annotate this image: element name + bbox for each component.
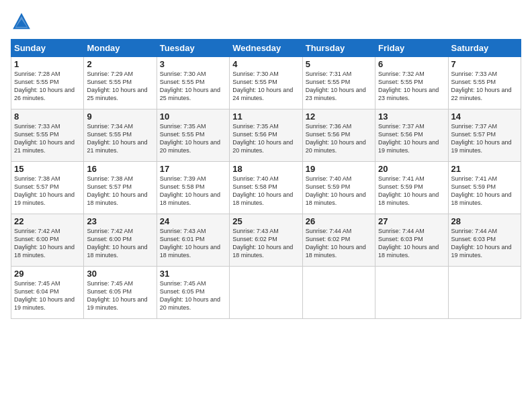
calendar-cell: 25Sunrise: 7:43 AMSunset: 6:02 PMDayligh…: [230, 214, 302, 267]
day-number: 11: [232, 111, 299, 122]
header-sunday: Sunday: [11, 40, 84, 57]
header-tuesday: Tuesday: [157, 40, 229, 57]
day-info: Sunrise: 7:35 AMSunset: 5:55 PMDaylight:…: [160, 122, 226, 155]
calendar-cell: 26Sunrise: 7:44 AMSunset: 6:02 PMDayligh…: [302, 214, 375, 267]
day-info: Sunrise: 7:33 AMSunset: 5:55 PMDaylight:…: [14, 122, 81, 155]
day-number: 18: [232, 164, 299, 174]
calendar-week-row: 15Sunrise: 7:38 AMSunset: 5:57 PMDayligh…: [11, 162, 521, 214]
calendar-cell: 16Sunrise: 7:38 AMSunset: 5:57 PMDayligh…: [84, 162, 157, 214]
day-info: Sunrise: 7:44 AMSunset: 6:02 PMDaylight:…: [306, 227, 372, 260]
day-number: 29: [14, 269, 81, 279]
day-info: Sunrise: 7:40 AMSunset: 5:59 PMDaylight:…: [306, 175, 372, 208]
day-info: Sunrise: 7:36 AMSunset: 5:56 PMDaylight:…: [306, 122, 372, 155]
header: [11, 11, 521, 32]
calendar-cell: 31Sunrise: 7:45 AMSunset: 6:05 PMDayligh…: [157, 267, 229, 319]
calendar-cell: 2Sunrise: 7:29 AMSunset: 5:55 PMDaylight…: [84, 57, 157, 109]
calendar-table: Sunday Monday Tuesday Wednesday Thursday…: [11, 39, 521, 319]
calendar-cell: 22Sunrise: 7:42 AMSunset: 6:00 PMDayligh…: [11, 214, 84, 267]
day-number: 16: [87, 164, 153, 174]
calendar-cell: [230, 267, 302, 319]
day-number: 22: [14, 216, 81, 226]
logo-icon: [11, 11, 32, 32]
day-info: Sunrise: 7:45 AMSunset: 6:05 PMDaylight:…: [87, 279, 153, 312]
day-info: Sunrise: 7:45 AMSunset: 6:04 PMDaylight:…: [14, 279, 81, 312]
day-number: 24: [160, 216, 226, 226]
calendar-cell: 21Sunrise: 7:41 AMSunset: 5:59 PMDayligh…: [448, 162, 521, 214]
calendar-cell: 17Sunrise: 7:39 AMSunset: 5:58 PMDayligh…: [157, 162, 229, 214]
day-info: Sunrise: 7:34 AMSunset: 5:55 PMDaylight:…: [87, 122, 153, 155]
day-number: 4: [232, 59, 299, 69]
header-thursday: Thursday: [302, 40, 375, 57]
calendar-cell: 12Sunrise: 7:36 AMSunset: 5:56 PMDayligh…: [302, 109, 375, 162]
calendar-week-row: 22Sunrise: 7:42 AMSunset: 6:00 PMDayligh…: [11, 214, 521, 267]
day-number: 13: [378, 111, 445, 122]
day-info: Sunrise: 7:31 AMSunset: 5:55 PMDaylight:…: [306, 70, 372, 103]
day-info: Sunrise: 7:43 AMSunset: 6:01 PMDaylight:…: [160, 227, 226, 260]
day-number: 14: [451, 111, 518, 122]
day-number: 9: [87, 111, 153, 122]
calendar-cell: 20Sunrise: 7:41 AMSunset: 5:59 PMDayligh…: [375, 162, 448, 214]
day-number: 2: [87, 59, 153, 69]
calendar-cell: 30Sunrise: 7:45 AMSunset: 6:05 PMDayligh…: [84, 267, 157, 319]
day-info: Sunrise: 7:30 AMSunset: 5:55 PMDaylight:…: [232, 70, 299, 103]
day-info: Sunrise: 7:38 AMSunset: 5:57 PMDaylight:…: [87, 175, 153, 208]
calendar-cell: 3Sunrise: 7:30 AMSunset: 5:55 PMDaylight…: [157, 57, 229, 109]
calendar-cell: 15Sunrise: 7:38 AMSunset: 5:57 PMDayligh…: [11, 162, 84, 214]
weekday-header-row: Sunday Monday Tuesday Wednesday Thursday…: [11, 40, 521, 57]
day-number: 10: [160, 111, 226, 122]
day-info: Sunrise: 7:45 AMSunset: 6:05 PMDaylight:…: [160, 279, 226, 312]
calendar-cell: 4Sunrise: 7:30 AMSunset: 5:55 PMDaylight…: [230, 57, 302, 109]
calendar-cell: [302, 267, 375, 319]
calendar-cell: 1Sunrise: 7:28 AMSunset: 5:55 PMDaylight…: [11, 57, 84, 109]
day-number: 19: [306, 164, 372, 174]
day-info: Sunrise: 7:41 AMSunset: 5:59 PMDaylight:…: [378, 175, 445, 208]
day-number: 1: [14, 59, 81, 69]
header-wednesday: Wednesday: [230, 40, 302, 57]
day-info: Sunrise: 7:41 AMSunset: 5:59 PMDaylight:…: [451, 175, 518, 208]
day-info: Sunrise: 7:29 AMSunset: 5:55 PMDaylight:…: [87, 70, 153, 103]
day-info: Sunrise: 7:37 AMSunset: 5:57 PMDaylight:…: [451, 122, 518, 155]
calendar-cell: 11Sunrise: 7:35 AMSunset: 5:56 PMDayligh…: [230, 109, 302, 162]
day-number: 12: [306, 111, 372, 122]
calendar-cell: 7Sunrise: 7:33 AMSunset: 5:55 PMDaylight…: [448, 57, 521, 109]
day-info: Sunrise: 7:38 AMSunset: 5:57 PMDaylight:…: [14, 175, 81, 208]
calendar-container: Sunday Monday Tuesday Wednesday Thursday…: [0, 0, 532, 411]
calendar-cell: 5Sunrise: 7:31 AMSunset: 5:55 PMDaylight…: [302, 57, 375, 109]
calendar-cell: 28Sunrise: 7:44 AMSunset: 6:03 PMDayligh…: [448, 214, 521, 267]
header-saturday: Saturday: [448, 40, 521, 57]
day-info: Sunrise: 7:39 AMSunset: 5:58 PMDaylight:…: [160, 175, 226, 208]
calendar-cell: 29Sunrise: 7:45 AMSunset: 6:04 PMDayligh…: [11, 267, 84, 319]
day-info: Sunrise: 7:30 AMSunset: 5:55 PMDaylight:…: [160, 70, 226, 103]
calendar-cell: 18Sunrise: 7:40 AMSunset: 5:58 PMDayligh…: [230, 162, 302, 214]
day-number: 31: [160, 269, 226, 279]
day-number: 3: [160, 59, 226, 69]
calendar-cell: [375, 267, 448, 319]
day-info: Sunrise: 7:40 AMSunset: 5:58 PMDaylight:…: [232, 175, 299, 208]
day-info: Sunrise: 7:35 AMSunset: 5:56 PMDaylight:…: [232, 122, 299, 155]
day-info: Sunrise: 7:33 AMSunset: 5:55 PMDaylight:…: [451, 70, 518, 103]
calendar-cell: 10Sunrise: 7:35 AMSunset: 5:55 PMDayligh…: [157, 109, 229, 162]
day-number: 30: [87, 269, 153, 279]
calendar-cell: 19Sunrise: 7:40 AMSunset: 5:59 PMDayligh…: [302, 162, 375, 214]
calendar-cell: [448, 267, 521, 319]
calendar-cell: 23Sunrise: 7:42 AMSunset: 6:00 PMDayligh…: [84, 214, 157, 267]
header-friday: Friday: [375, 40, 448, 57]
day-number: 27: [378, 216, 445, 226]
calendar-cell: 9Sunrise: 7:34 AMSunset: 5:55 PMDaylight…: [84, 109, 157, 162]
calendar-cell: 13Sunrise: 7:37 AMSunset: 5:56 PMDayligh…: [375, 109, 448, 162]
day-number: 6: [378, 59, 445, 69]
calendar-cell: 8Sunrise: 7:33 AMSunset: 5:55 PMDaylight…: [11, 109, 84, 162]
day-info: Sunrise: 7:44 AMSunset: 6:03 PMDaylight:…: [451, 227, 518, 260]
day-info: Sunrise: 7:37 AMSunset: 5:56 PMDaylight:…: [378, 122, 445, 155]
day-number: 26: [306, 216, 372, 226]
day-number: 7: [451, 59, 518, 69]
day-info: Sunrise: 7:44 AMSunset: 6:03 PMDaylight:…: [378, 227, 445, 260]
day-number: 20: [378, 164, 445, 174]
calendar-week-row: 29Sunrise: 7:45 AMSunset: 6:04 PMDayligh…: [11, 267, 521, 319]
day-info: Sunrise: 7:32 AMSunset: 5:55 PMDaylight:…: [378, 70, 445, 103]
calendar-week-row: 8Sunrise: 7:33 AMSunset: 5:55 PMDaylight…: [11, 109, 521, 162]
day-number: 15: [14, 164, 81, 174]
calendar-week-row: 1Sunrise: 7:28 AMSunset: 5:55 PMDaylight…: [11, 57, 521, 109]
day-info: Sunrise: 7:42 AMSunset: 6:00 PMDaylight:…: [87, 227, 153, 260]
logo: [11, 11, 35, 32]
